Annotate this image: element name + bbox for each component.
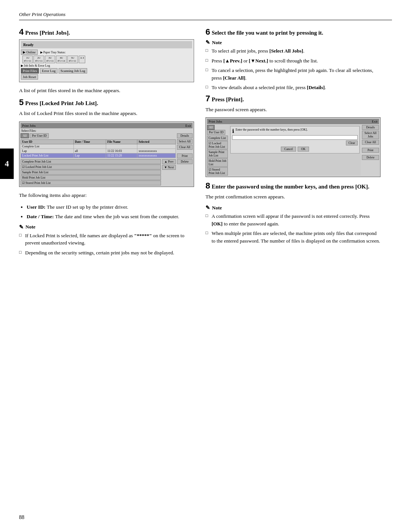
list-item-complete[interactable]: Complete Print Job List xyxy=(21,159,161,164)
paper-tray-label: ▶ Paper Tray Status: xyxy=(40,51,66,54)
tab-per-user[interactable]: Per User ID xyxy=(30,133,49,138)
table-row[interactable]: Complete List xyxy=(21,144,176,149)
btn-clear[interactable]: Clear xyxy=(346,141,358,145)
btn-delete-2[interactable]: Delete xyxy=(362,155,379,160)
pj2-tab-user[interactable]: Per User ID xyxy=(207,130,225,135)
password-input[interactable] xyxy=(232,135,358,140)
step8-number: 8 xyxy=(206,182,210,190)
step6-label: Select the file you want to print by pre… xyxy=(212,30,323,36)
print-jobs-screen: Print Jobs Exit Select Files: All Per Us… xyxy=(19,121,194,187)
pj2-list: All Per User ID Complete List ☑ Locked P… xyxy=(207,125,228,176)
table-row[interactable]: Lap all 11/22 16:03 xxxxxxxxxxxx xyxy=(21,149,176,153)
cell xyxy=(73,144,106,149)
pj2-side-btns: Details Select All Jobs Clear All Print … xyxy=(362,125,379,176)
print-jobs-screen2: Print Jobs Exit All Per User ID Complete… xyxy=(206,117,381,177)
tray-a: A 4 xyxy=(79,56,86,63)
list-item-stored[interactable]: ☑ Stored Print Job List xyxy=(21,181,161,185)
cell: 11/22 16:03 xyxy=(106,149,137,153)
pj2-item-stored[interactable]: ☑ Stored Print Job List xyxy=(207,167,228,176)
tray-3u: 3U8½×11 xyxy=(45,56,55,63)
note-heading-step8: ✎ Note xyxy=(206,204,381,211)
step5-number: 5 xyxy=(19,98,24,107)
pj2-exit[interactable]: Exit xyxy=(372,120,378,123)
pj2-tab-all[interactable]: All xyxy=(207,125,215,130)
step5-label: Press [Locked Print Job List]. xyxy=(25,100,98,107)
scanning-log-btn[interactable]: Scanning Job Log xyxy=(59,68,87,73)
pj2-item-sample[interactable]: Sample Print Job List xyxy=(207,150,228,158)
note-heading-left: ✎ Note xyxy=(19,224,194,230)
note-step8-item-1: A confirmation screen will appear if the… xyxy=(206,212,381,227)
following-items-text: The following items also appear: xyxy=(19,192,194,199)
paper-grid: 1U8½×11 2U8½×11 3U8½×11 4U8½×14 5U8½×11 … xyxy=(22,56,191,63)
pj2-tabs: All Per User ID xyxy=(207,125,228,135)
main-content: 4 Press [Print Jobs]. Ready ▶ Online ▶ P… xyxy=(19,28,392,259)
btn-ok[interactable]: OK xyxy=(298,147,309,152)
pencil-icon-2: ✎ xyxy=(206,39,210,46)
pj-tabs: All Per User ID xyxy=(21,133,176,138)
print-files-btn[interactable]: Print Files xyxy=(21,68,39,73)
error-log-btn[interactable]: Error Log xyxy=(40,68,57,73)
btn-details[interactable]: Details xyxy=(177,133,193,138)
note-step8-item-2: When multiple print files are selected, … xyxy=(206,230,381,244)
list-item-hold[interactable]: Hold Print Job List xyxy=(21,175,161,180)
pj-title: Print Jobs xyxy=(22,124,36,128)
btn-clear-all-2[interactable]: Clear All xyxy=(362,140,379,145)
step7-heading: 7 Press [Print]. xyxy=(206,94,381,103)
table-row-selected[interactable]: Locked Print Job List Lap 11/22 15:20 xx… xyxy=(21,153,176,158)
btn-print-2[interactable]: Print xyxy=(362,148,379,153)
cell: 11/22 15:20 xyxy=(106,153,137,158)
tray-4u: 4U8½×14 xyxy=(56,56,67,63)
pj-exit[interactable]: Exit xyxy=(185,124,191,128)
screen-row-2: ▶ Job Info & Error Log xyxy=(21,64,192,67)
tab-all[interactable]: All xyxy=(21,133,29,138)
cell xyxy=(137,144,175,149)
pj2-title: Print Jobs xyxy=(209,120,222,123)
note-section-step6: ✎ Note To select all print jobs, press [… xyxy=(206,39,381,91)
header-title: Other Print Operations xyxy=(19,11,65,18)
table-header-row: User ID Date / Time File Name Selected xyxy=(21,139,176,144)
pj-main-area: All Per User ID User ID Date / Time File… xyxy=(21,133,176,185)
btn-details-2[interactable]: Details xyxy=(362,125,379,130)
left-column: 4 Press [Print Jobs]. Ready ▶ Online ▶ P… xyxy=(19,28,194,259)
btn-select-all-jobs[interactable]: Select All Jobs xyxy=(362,131,379,139)
screen-row-1: ▶ Online ▶ Paper Tray Status: xyxy=(21,50,192,55)
note-step6-item-1: To select all print jobs, press [Select … xyxy=(206,47,381,55)
btn-up[interactable]: ▲ Prev xyxy=(162,159,175,164)
bullet-item-userid: User ID: The user ID set up by the print… xyxy=(27,203,194,211)
btn-print[interactable]: Print xyxy=(177,153,193,158)
step5-body: A list of Locked Print files stored in t… xyxy=(19,110,194,117)
note-heading-step6: ✎ Note xyxy=(206,39,381,46)
btn-delete[interactable]: Delete xyxy=(177,159,193,164)
page-number: 88 xyxy=(19,514,24,521)
page: Other Print Operations 4 4 Press [Print … xyxy=(0,0,411,532)
pj2-dialog: ℹ Enter the password with the number key… xyxy=(230,126,360,153)
cell xyxy=(106,144,137,149)
btn-select-all[interactable]: Select All xyxy=(177,139,193,144)
pj2-item-hold[interactable]: Hold Print Job List xyxy=(207,158,228,167)
pj-layout: All Per User ID User ID Date / Time File… xyxy=(21,133,193,185)
step7-label: Press [Print]. xyxy=(212,96,244,103)
online-btn[interactable]: ▶ Online xyxy=(21,50,38,55)
btn-clear-all[interactable]: Clear All xyxy=(177,145,193,150)
step7-number: 7 xyxy=(206,94,210,103)
page-header: Other Print Operations xyxy=(19,11,392,20)
job-reset-btn[interactable]: Job Reset xyxy=(21,74,38,80)
btn-down[interactable]: ▼ Next xyxy=(162,165,175,170)
note-step6-item-2: Press [▲Prev.] or [▼Next.] to scroll thr… xyxy=(206,57,381,65)
tray-2u: 2U8½×11 xyxy=(33,56,44,63)
pj-nav-btns: ▲ Prev ▼ Next xyxy=(162,159,175,185)
list-item-locked[interactable]: ☑ Locked Print Job List xyxy=(21,165,161,169)
step8-heading: 8 Enter the password using the number ke… xyxy=(206,182,381,190)
cell: Locked Print Job List xyxy=(21,153,74,158)
btn-cancel[interactable]: Cancel xyxy=(281,147,296,152)
list-item-sample[interactable]: Sample Print Job List xyxy=(21,170,161,175)
note-section-step8: ✎ Note A confirmation screen will appear… xyxy=(206,204,381,244)
col-filename: File Name xyxy=(106,139,137,144)
cell: Lap xyxy=(21,149,74,153)
col-selected: Selected xyxy=(137,139,175,144)
note-item-2: Depending on the security settings, cert… xyxy=(19,249,194,257)
pj2-item-complete[interactable]: Complete List xyxy=(207,136,228,141)
step7-body: The password screen appears. xyxy=(206,106,381,113)
pj2-item-locked[interactable]: ☑ Locked Print Job List xyxy=(207,141,228,149)
col-user-id: User ID xyxy=(21,139,74,144)
